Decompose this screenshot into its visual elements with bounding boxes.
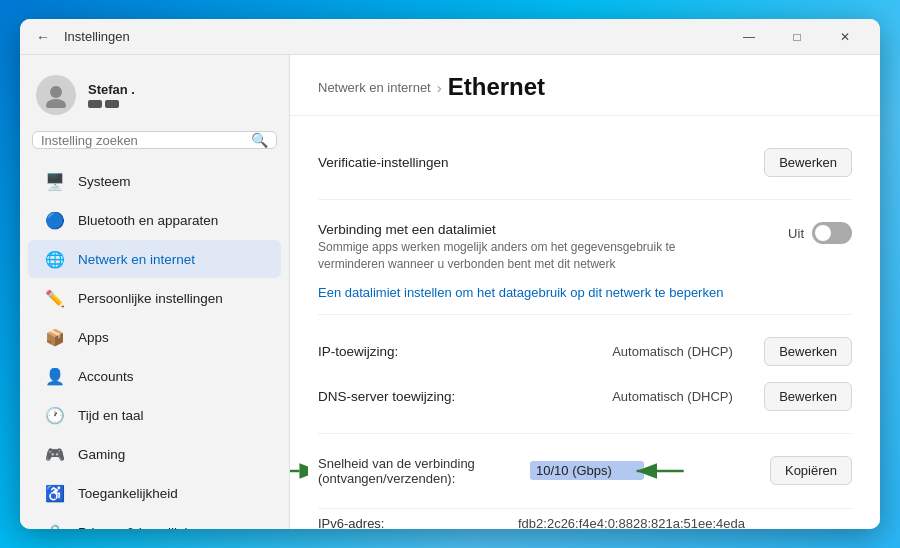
dot2 [105, 100, 119, 108]
speed-copy-button[interactable]: Kopiëren [770, 456, 852, 485]
sidebar-item-label-toegankelijkheid: Toegankelijkheid [78, 486, 178, 501]
sidebar-item-label-tijd: Tijd en taal [78, 408, 144, 423]
svg-point-1 [46, 99, 66, 108]
dns-label: DNS-server toewijzing: [318, 389, 600, 404]
sidebar-item-label-accounts: Accounts [78, 369, 134, 384]
speed-label: Snelheid van de verbinding (ontvangen/ve… [318, 456, 518, 486]
sidebar-item-apps[interactable]: 📦 Apps [28, 318, 281, 356]
datalimiet-toggle-wrap: Uit [788, 222, 852, 244]
search-box[interactable]: 🔍 [32, 131, 277, 149]
username: Stefan . [88, 82, 135, 97]
ip-row: IP-toewijzing: Automatisch (DHCP) Bewerk… [318, 329, 852, 374]
content-area: Stefan . 🔍 🖥️ Systeem 🔵 Bluetooth en app… [20, 55, 880, 529]
minimize-button[interactable]: — [726, 21, 772, 53]
search-input[interactable] [41, 133, 251, 148]
speed-row: Snelheid van de verbinding (ontvangen/ve… [318, 448, 852, 494]
sidebar-item-label-persoonlijk: Persoonlijke instellingen [78, 291, 223, 306]
data-limit-link[interactable]: Een datalimiet instellen om het datagebr… [318, 285, 852, 300]
gaming-icon: 🎮 [44, 443, 66, 465]
titlebar-controls: — □ ✕ [726, 21, 868, 53]
titlebar-title: Instellingen [64, 29, 726, 44]
dot1 [88, 100, 102, 108]
verificatie-section: Verificatie-instellingen Bewerken [318, 126, 852, 200]
sidebar-item-label-privacy: Privacy & beveiliging [78, 525, 203, 530]
accounts-icon: 👤 [44, 365, 66, 387]
breadcrumb-parent: Netwerk en internet [318, 80, 431, 95]
datalimiet-sublabel: Sommige apps werken mogelijk anders om h… [318, 239, 678, 273]
sidebar-item-label-bluetooth: Bluetooth en apparaten [78, 213, 218, 228]
speed-section: Snelheid van de verbinding (ontvangen/ve… [318, 434, 852, 509]
sidebar-item-label-netwerk: Netwerk en internet [78, 252, 195, 267]
titlebar: ← Instellingen — □ ✕ [20, 19, 880, 55]
avatar [36, 75, 76, 115]
speed-value: 10/10 (Gbps) [530, 461, 644, 480]
settings-window: ← Instellingen — □ ✕ Stefan . [20, 19, 880, 529]
sidebar-user: Stefan . [20, 67, 289, 131]
maximize-button[interactable]: □ [774, 21, 820, 53]
main-content: Netwerk en internet › Ethernet Verificat… [290, 55, 880, 529]
sidebar-item-tijd[interactable]: 🕐 Tijd en taal [28, 396, 281, 434]
search-icon: 🔍 [251, 132, 268, 148]
privacy-icon: 🔒 [44, 521, 66, 529]
systeem-icon: 🖥️ [44, 170, 66, 192]
sidebar-item-gaming[interactable]: 🎮 Gaming [28, 435, 281, 473]
right-arrow-icon [628, 459, 688, 483]
verificatie-label: Verificatie-instellingen [318, 155, 752, 170]
dns-value: Automatisch (DHCP) [612, 389, 752, 404]
sidebar-item-accounts[interactable]: 👤 Accounts [28, 357, 281, 395]
toggle-off-label: Uit [788, 226, 804, 241]
user-dots [88, 100, 135, 108]
user-info: Stefan . [88, 82, 135, 108]
ipv6-row: IPv6-adres: fdb2:2c26:f4e4:0:8828:821a:5… [318, 509, 852, 529]
dns-row: DNS-server toewijzing: Automatisch (DHCP… [318, 374, 852, 419]
back-button[interactable]: ← [32, 25, 54, 49]
ip-section: IP-toewijzing: Automatisch (DHCP) Bewerk… [318, 315, 852, 434]
bluetooth-icon: 🔵 [44, 209, 66, 231]
ipv6-label: IPv6-adres: [318, 516, 518, 529]
verificatie-row: Verificatie-instellingen Bewerken [318, 140, 852, 185]
datalimiet-toggle[interactable] [812, 222, 852, 244]
verificatie-edit-button[interactable]: Bewerken [764, 148, 852, 177]
speed-label-line1: Snelheid van de verbinding [318, 456, 518, 471]
datalimiet-section: Verbinding met een datalimiet Sommige ap… [318, 200, 852, 315]
persoonlijk-icon: ✏️ [44, 287, 66, 309]
ip-label: IP-toewijzing: [318, 344, 600, 359]
sidebar-item-privacy[interactable]: 🔒 Privacy & beveiliging [28, 513, 281, 529]
left-arrow-icon [290, 459, 308, 483]
sidebar-item-netwerk[interactable]: 🌐 Netwerk en internet [28, 240, 281, 278]
sidebar-item-label-gaming: Gaming [78, 447, 125, 462]
apps-icon: 📦 [44, 326, 66, 348]
sidebar: Stefan . 🔍 🖥️ Systeem 🔵 Bluetooth en app… [20, 55, 290, 529]
tijd-icon: 🕐 [44, 404, 66, 426]
breadcrumb: Netwerk en internet › Ethernet [318, 73, 852, 101]
main-header: Netwerk en internet › Ethernet [290, 55, 880, 116]
sidebar-item-label-apps: Apps [78, 330, 109, 345]
toegankelijkheid-icon: ♿ [44, 482, 66, 504]
sidebar-item-toegankelijkheid[interactable]: ♿ Toegankelijkheid [28, 474, 281, 512]
ip-edit-button[interactable]: Bewerken [764, 337, 852, 366]
speed-label-line2: (ontvangen/verzenden): [318, 471, 518, 486]
datalimiet-label-wrap: Verbinding met een datalimiet Sommige ap… [318, 222, 776, 273]
close-button[interactable]: ✕ [822, 21, 868, 53]
datalimiet-label: Verbinding met een datalimiet [318, 222, 776, 237]
page-title: Ethernet [448, 73, 545, 101]
sidebar-item-persoonlijk[interactable]: ✏️ Persoonlijke instellingen [28, 279, 281, 317]
info-section: IPv6-adres: fdb2:2c26:f4e4:0:8828:821a:5… [318, 509, 852, 529]
main-body: Verificatie-instellingen Bewerken Verbin… [290, 116, 880, 529]
sidebar-item-label-systeem: Systeem [78, 174, 131, 189]
datalimiet-row: Verbinding met een datalimiet Sommige ap… [318, 214, 852, 281]
netwerk-icon: 🌐 [44, 248, 66, 270]
ipv6-value: fdb2:2c26:f4e4:0:8828:821a:51ee:4eda [518, 516, 852, 529]
breadcrumb-sep: › [437, 79, 442, 96]
ip-value: Automatisch (DHCP) [612, 344, 752, 359]
nav-list: 🖥️ Systeem 🔵 Bluetooth en apparaten 🌐 Ne… [20, 161, 289, 529]
dns-edit-button[interactable]: Bewerken [764, 382, 852, 411]
svg-point-0 [50, 86, 62, 98]
sidebar-item-systeem[interactable]: 🖥️ Systeem [28, 162, 281, 200]
sidebar-item-bluetooth[interactable]: 🔵 Bluetooth en apparaten [28, 201, 281, 239]
